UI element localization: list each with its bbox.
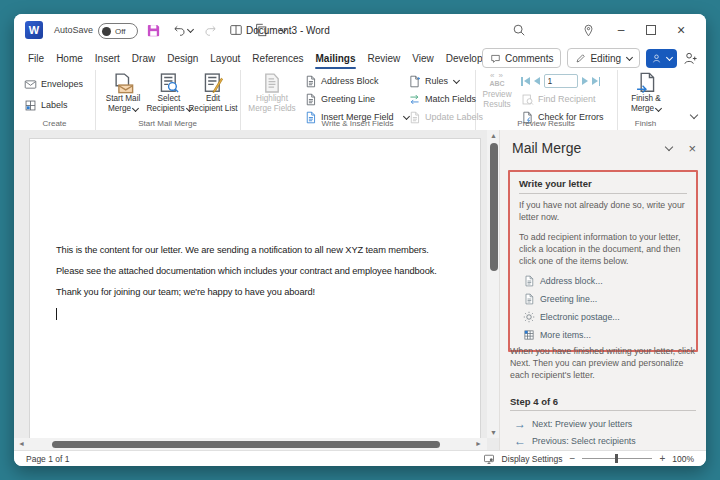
- select-recipients-icon: [158, 72, 180, 94]
- tab-file[interactable]: File: [22, 46, 50, 70]
- envelopes-label: Envelopes: [41, 79, 83, 89]
- pane-close-icon[interactable]: ×: [688, 142, 696, 155]
- tab-mailings[interactable]: Mailings: [309, 46, 361, 70]
- save-icon[interactable]: [146, 23, 161, 38]
- rules-button[interactable]: Rules: [408, 73, 459, 89]
- page-indicator[interactable]: Page 1 of 1: [26, 454, 69, 464]
- zoom-level[interactable]: 100%: [672, 454, 694, 464]
- greeting-line-button[interactable]: Greeting Line: [304, 91, 375, 107]
- tab-draw[interactable]: Draw: [126, 46, 161, 70]
- finish-merge-dropdown-icon: [655, 105, 662, 112]
- tab-design[interactable]: Design: [161, 46, 204, 70]
- search-icon[interactable]: [512, 23, 526, 37]
- arrow-right-icon: →: [514, 418, 526, 430]
- greeting-line-link-label: Greeting line...: [540, 294, 597, 304]
- scroll-left-arrow[interactable]: ◄: [18, 440, 25, 447]
- envelopes-button[interactable]: Envelopes: [24, 76, 83, 92]
- collapse-ribbon-button[interactable]: [689, 104, 697, 122]
- previous-record-button[interactable]: [534, 77, 540, 85]
- find-recipient-icon: [521, 93, 534, 106]
- display-settings-label[interactable]: Display Settings: [502, 454, 563, 464]
- tab-view[interactable]: View: [406, 46, 440, 70]
- tab-review[interactable]: Review: [362, 46, 407, 70]
- preview-results-label-2: Results: [483, 100, 510, 110]
- first-record-button[interactable]: [521, 77, 530, 86]
- record-number-input[interactable]: [544, 74, 578, 88]
- finish-merge-label-1: Finish &: [631, 94, 661, 104]
- start-mail-merge-button[interactable]: Start Mail Merge: [97, 72, 149, 114]
- tab-home[interactable]: Home: [50, 46, 89, 70]
- group-label-write-insert-fields: Write & Insert Fields: [240, 119, 475, 128]
- mail-merge-pane: Mail Merge × Write your letter If you ha…: [499, 130, 706, 450]
- address-block-link[interactable]: Address block...: [523, 275, 687, 287]
- finish-merge-button[interactable]: Finish & Merge: [620, 72, 672, 114]
- greeting-line-label: Greeting Line: [321, 94, 375, 104]
- document-text[interactable]: This is the content for our letter. We a…: [30, 139, 480, 320]
- add-people-icon[interactable]: [683, 51, 698, 66]
- paragraph[interactable]: Please see the attached documentation wh…: [56, 266, 472, 276]
- find-recipient-button[interactable]: Find Recipient: [521, 91, 596, 107]
- address-block-button[interactable]: Address Block: [304, 73, 379, 89]
- previous-step-link[interactable]: ← Previous: Select recipients: [514, 435, 696, 447]
- zoom-slider-thumb[interactable]: [615, 454, 618, 463]
- zoom-in-button[interactable]: +: [659, 453, 665, 464]
- word-application-window: W AutoSave Off Document3 - Word –: [14, 14, 706, 466]
- arrow-left-icon: ←: [514, 435, 526, 447]
- maximize-button[interactable]: [636, 14, 666, 46]
- horizontal-scrollbar[interactable]: ◄ ►: [14, 438, 487, 450]
- ribbon-tabs: File Home Insert Draw Design Layout Refe…: [14, 46, 530, 70]
- ribbon-tab-row: File Home Insert Draw Design Layout Refe…: [14, 46, 706, 70]
- start-mail-merge-label-2: Merge: [108, 104, 138, 114]
- main-area: This is the content for our letter. We a…: [14, 130, 706, 450]
- last-record-button[interactable]: [592, 77, 601, 86]
- undo-button[interactable]: [172, 23, 193, 37]
- minimize-button[interactable]: –: [606, 14, 636, 46]
- zoom-out-button[interactable]: −: [570, 453, 576, 464]
- read-mode-icon[interactable]: [229, 23, 243, 37]
- close-button[interactable]: ×: [666, 14, 696, 46]
- redo-icon[interactable]: [204, 23, 218, 37]
- electronic-postage-link[interactable]: Electronic postage...: [523, 311, 687, 323]
- next-record-button[interactable]: [582, 77, 588, 85]
- more-items-link[interactable]: More items...: [523, 329, 687, 341]
- undo-dropdown-icon[interactable]: [187, 25, 194, 32]
- paragraph[interactable]: Thank you for joining our team; we're ha…: [56, 287, 472, 297]
- presence-pin-icon[interactable]: [582, 24, 595, 37]
- next-step-label: Next: Preview your letters: [532, 419, 632, 429]
- match-fields-icon: [408, 93, 421, 106]
- share-button[interactable]: [646, 49, 677, 68]
- horizontal-scrollbar-thumb[interactable]: [52, 441, 440, 448]
- word-app-icon[interactable]: W: [25, 21, 43, 39]
- edit-recipient-list-button[interactable]: Edit Recipient List: [187, 72, 239, 114]
- next-step-link[interactable]: → Next: Preview your letters: [514, 418, 696, 430]
- zoom-slider[interactable]: [582, 458, 652, 459]
- edit-recipient-list-label-2: Recipient List: [188, 104, 237, 114]
- editing-label: Editing: [590, 53, 621, 64]
- vertical-scrollbar-thumb[interactable]: [490, 143, 498, 271]
- step-indicator: Step 4 of 6: [510, 396, 696, 411]
- pane-chevron-down-icon[interactable]: [665, 143, 673, 151]
- comments-button[interactable]: Comments: [482, 48, 561, 68]
- autosave-toggle[interactable]: Off: [98, 23, 138, 39]
- paragraph[interactable]: This is the content for our letter. We a…: [56, 245, 472, 255]
- greeting-line-link[interactable]: Greeting line...: [523, 293, 687, 305]
- tab-layout[interactable]: Layout: [204, 46, 246, 70]
- greeting-line-icon: [304, 93, 317, 106]
- document-canvas[interactable]: This is the content for our letter. We a…: [14, 130, 500, 450]
- tab-insert[interactable]: Insert: [89, 46, 126, 70]
- preview-results-button[interactable]: « » ABC Preview Results: [475, 72, 519, 110]
- editing-mode-button[interactable]: Editing: [567, 48, 640, 68]
- highlight-merge-fields-button[interactable]: Highlight Merge Fields: [246, 72, 298, 114]
- group-write-insert-fields: Highlight Merge Fields Address Block Gre…: [240, 70, 476, 130]
- scroll-right-arrow[interactable]: ►: [475, 440, 482, 447]
- match-fields-label: Match Fields: [425, 94, 476, 104]
- match-fields-button[interactable]: Match Fields: [408, 91, 476, 107]
- tab-references[interactable]: References: [246, 46, 309, 70]
- preview-results-icon: « » ABC: [489, 72, 504, 87]
- labels-button[interactable]: Labels: [24, 97, 68, 113]
- labels-label: Labels: [41, 100, 68, 110]
- finish-merge-label-2: Merge: [631, 104, 661, 114]
- pane-paragraph: To add recipient information to your let…: [519, 232, 687, 268]
- document-page[interactable]: This is the content for our letter. We a…: [29, 138, 481, 450]
- section-title: Write your letter: [519, 178, 687, 194]
